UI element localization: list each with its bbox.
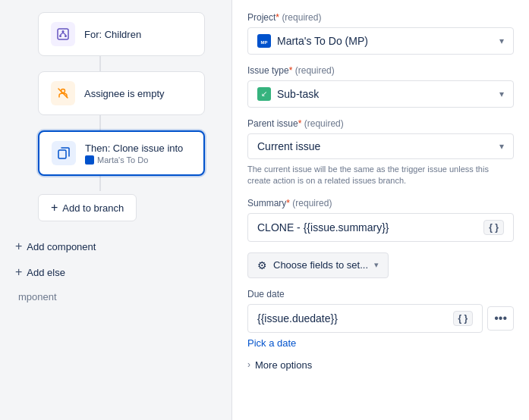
choose-fields-chevron-icon: ▾ <box>374 260 379 270</box>
ellipsis-icon: ••• <box>494 312 507 325</box>
node-assignee-empty[interactable]: Assignee is empty <box>38 71 205 115</box>
due-date-input-row: {{issue.duedate}} { } ••• <box>247 304 514 333</box>
plus-icon-component: + <box>15 240 22 253</box>
assignee-text: Assignee is empty <box>84 88 165 99</box>
node-clone-issue[interactable]: Then: Clone issue into Marta's To Do <box>38 130 205 176</box>
bottom-buttons: + Add component + Add else <box>15 237 96 282</box>
parent-issue-chevron-icon: ▾ <box>499 141 504 152</box>
due-date-input[interactable]: {{issue.duedate}} { } <box>247 304 483 333</box>
connector-2 <box>99 115 101 130</box>
svg-point-2 <box>59 35 61 37</box>
issue-type-field-group: Issue type* (required) ↙ Sub-task ▾ <box>247 65 514 108</box>
left-panel: For: Children Assignee is empty <box>0 0 231 420</box>
svg-point-3 <box>65 35 67 37</box>
project-field-group: Project* (required) MP Marta's To Do (MP… <box>247 12 514 55</box>
svg-rect-8 <box>58 150 66 158</box>
subtask-icon: ↙ <box>257 87 271 101</box>
parent-issue-select[interactable]: Current issue ▾ <box>247 133 514 159</box>
plus-icon: + <box>51 201 58 215</box>
project-select[interactable]: MP Marta's To Do (MP) ▾ <box>247 27 514 55</box>
due-date-template-badge[interactable]: { } <box>453 311 474 326</box>
project-icon: MP <box>257 34 271 48</box>
issue-type-chevron-icon: ▾ <box>499 89 504 99</box>
assignee-title: Assignee is empty <box>84 88 165 99</box>
due-date-field-group: Due date {{issue.duedate}} { } ••• Pick … <box>247 289 514 349</box>
svg-line-5 <box>63 33 66 35</box>
right-panel: Project* (required) MP Marta's To Do (MP… <box>231 0 529 420</box>
svg-point-1 <box>62 30 65 33</box>
summary-template-badge[interactable]: { } <box>483 220 504 235</box>
project-chevron-icon: ▾ <box>499 36 504 46</box>
summary-input[interactable]: CLONE - {{issue.summary}} { } <box>247 213 514 242</box>
clone-title: Then: Clone issue into <box>85 143 183 154</box>
add-else-button[interactable]: + Add else <box>15 262 96 282</box>
gear-icon: ⚙ <box>257 259 267 271</box>
more-options-row[interactable]: › More options <box>247 359 514 371</box>
due-date-more-actions-button[interactable]: ••• <box>487 306 514 331</box>
project-label: Project* (required) <box>247 12 514 23</box>
for-children-text: For: Children <box>84 29 141 40</box>
connector-1 <box>99 56 101 71</box>
parent-issue-label: Parent issue* (required) <box>247 118 514 129</box>
clone-icon <box>52 141 76 165</box>
more-options-chevron-icon: › <box>247 359 250 370</box>
parent-issue-field-group: Parent issue* (required) Current issue ▾… <box>247 118 514 187</box>
due-date-label: Due date <box>247 289 514 299</box>
for-children-title: For: Children <box>84 29 141 40</box>
parent-issue-select-left: Current issue <box>257 140 320 152</box>
for-children-icon <box>51 22 75 46</box>
clone-subtitle: Marta's To Do <box>85 155 183 165</box>
choose-fields-group: ⚙ Choose fields to set... ▾ <box>247 252 514 278</box>
svg-line-7 <box>58 89 68 98</box>
summary-field-group: Summary* (required) CLONE - {{issue.summ… <box>247 198 514 242</box>
cut-text: mponent <box>18 291 57 302</box>
project-select-left: MP Marta's To Do (MP) <box>257 34 368 48</box>
issue-type-select[interactable]: ↙ Sub-task ▾ <box>247 80 514 108</box>
issue-type-select-left: ↙ Sub-task <box>257 87 319 101</box>
clone-text: Then: Clone issue into Marta's To Do <box>85 143 183 165</box>
node-for-children[interactable]: For: Children <box>38 12 205 56</box>
plus-icon-else: + <box>15 265 22 279</box>
summary-label: Summary* (required) <box>247 198 514 208</box>
add-to-branch-button[interactable]: + Add to branch <box>38 194 137 221</box>
assignee-icon <box>51 81 75 105</box>
parent-issue-hint: The current issue will be the same as th… <box>247 164 514 187</box>
add-component-button[interactable]: + Add component <box>15 237 96 256</box>
choose-fields-button[interactable]: ⚙ Choose fields to set... ▾ <box>247 252 389 278</box>
pick-a-date-link[interactable]: Pick a date <box>247 337 514 349</box>
svg-text:MP: MP <box>261 40 268 45</box>
svg-line-4 <box>61 33 64 35</box>
issue-type-label: Issue type* (required) <box>247 65 514 76</box>
connector-3 <box>99 176 101 191</box>
svg-text:↙: ↙ <box>261 89 267 98</box>
